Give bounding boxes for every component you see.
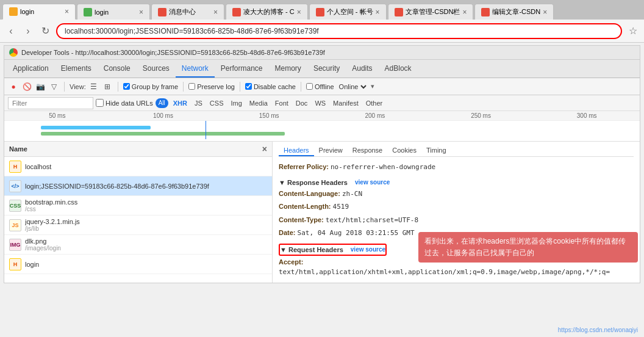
detail-tab-preview[interactable]: Preview <box>314 145 348 156</box>
file-item-login[interactable]: H login <box>4 255 272 274</box>
view-list-button[interactable]: ☰ <box>88 81 99 92</box>
tab-favicon-7 <box>481 8 490 16</box>
timeline-bars <box>4 121 640 139</box>
tab-memory[interactable]: Memory <box>269 60 307 78</box>
clear-button[interactable]: 🚫 <box>21 81 32 92</box>
file-item-jsessionid[interactable]: </> login;JSESSIONID=59183c66-825b-48d6-… <box>4 176 272 196</box>
filter-js[interactable]: JS <box>192 100 205 107</box>
tab-close-4[interactable]: × <box>297 8 301 16</box>
request-headers-link[interactable]: view source <box>351 246 385 253</box>
filter-font[interactable]: Font <box>273 100 291 107</box>
tab-title-7: 编辑文章-CSDN <box>492 7 540 16</box>
file-icon-png: IMG <box>9 239 21 251</box>
tab-blog[interactable]: 凌大大的博客 - C × <box>226 4 308 20</box>
accept-encoding-row: Accept-Encoding: gzip, deflate, br <box>279 279 634 283</box>
file-item-localhost[interactable]: H localhost <box>4 157 272 176</box>
tab-console[interactable]: Console <box>98 60 137 78</box>
tab-elements[interactable]: Elements <box>55 60 98 78</box>
filter-media[interactable]: Media <box>247 100 270 107</box>
back-button[interactable]: ‹ <box>5 25 17 37</box>
filter-input[interactable] <box>8 97 93 109</box>
tab-close-3[interactable]: × <box>213 8 218 16</box>
tab-profile[interactable]: 个人空间 - 帐号 × <box>309 4 387 20</box>
detail-tab-cookies[interactable]: Cookies <box>387 145 421 156</box>
filter-button[interactable]: ▽ <box>48 81 59 92</box>
tab-login-2[interactable]: login × <box>77 4 150 20</box>
tab-security[interactable]: Security <box>307 60 346 78</box>
tab-title-5: 个人空间 - 帐号 <box>327 7 373 16</box>
tab-audits[interactable]: Audits <box>346 60 378 78</box>
url-input[interactable] <box>56 23 622 39</box>
filter-all-badge[interactable]: All <box>156 98 168 108</box>
tab-title-6: 文章管理-CSDN栏 <box>406 7 460 16</box>
filter-css[interactable]: CSS <box>207 100 226 107</box>
tab-close-5[interactable]: × <box>376 8 380 16</box>
response-headers-toggle[interactable]: ▼ Response Headers <box>279 179 348 186</box>
tab-favicon-6 <box>395 8 403 16</box>
filter-manifest[interactable]: Manifest <box>331 100 361 107</box>
record-button[interactable]: ● <box>8 81 19 92</box>
filter-img[interactable]: Img <box>228 100 244 107</box>
disable-cache-checkbox[interactable] <box>245 83 252 90</box>
online-dropdown[interactable]: Online Offline <box>337 82 368 91</box>
preserve-log-checkbox[interactable] <box>188 83 195 90</box>
file-item-bootstrap[interactable]: CSS bootstrap.min.css /css <box>4 196 272 216</box>
tab-close-2[interactable]: × <box>139 8 143 16</box>
referrer-policy-row: Referrer Policy: no-referrer-when-downgr… <box>279 161 634 174</box>
filter-xhr[interactable]: XHR <box>171 100 190 107</box>
tab-login-1[interactable]: login × <box>2 4 76 20</box>
file-item-jquery[interactable]: JS jquery-3.2.1.min.js /js/lib <box>4 216 272 235</box>
hide-data-urls-checkbox[interactable] <box>96 99 104 107</box>
offline-checkbox[interactable] <box>306 83 313 90</box>
address-bar: ‹ › ↻ ☆ <box>0 20 644 43</box>
tab-articles[interactable]: 文章管理-CSDN栏 × <box>388 4 474 20</box>
file-item-png[interactable]: IMG dlk.png /images/login <box>4 235 272 255</box>
filter-bar: Hide data URLs All XHR JS CSS Img Media … <box>4 95 640 111</box>
file-icon-login: H <box>9 258 21 270</box>
tab-favicon-5 <box>316 8 324 16</box>
filter-ws[interactable]: WS <box>312 100 328 107</box>
tab-performance[interactable]: Performance <box>215 60 269 78</box>
file-list-header: Name × <box>4 142 272 157</box>
file-list-close[interactable]: × <box>262 144 267 154</box>
filter-other[interactable]: Other <box>363 100 385 107</box>
file-icon-jquery: JS <box>9 219 21 231</box>
filter-doc[interactable]: Doc <box>293 100 310 107</box>
tab-close-1[interactable]: × <box>65 7 69 16</box>
toolbar-sep-4 <box>240 82 240 92</box>
disable-cache-label[interactable]: Disable cache <box>245 83 296 90</box>
devtools-toolbar: ● 🚫 📷 ▽ View: ☰ ⊞ Group by frame Preserv… <box>4 78 640 95</box>
view-grid-button[interactable]: ⊞ <box>102 81 113 92</box>
response-headers-link[interactable]: view source <box>355 179 390 186</box>
tab-application[interactable]: Application <box>7 60 55 78</box>
file-name-login: login <box>25 261 267 268</box>
tab-close-6[interactable]: × <box>462 8 467 16</box>
tab-network[interactable]: Network <box>176 60 215 78</box>
offline-label[interactable]: Offline <box>306 83 334 90</box>
tab-sources[interactable]: Sources <box>137 60 176 78</box>
hide-data-urls-label[interactable]: Hide data URLs <box>96 99 153 107</box>
bookmark-button[interactable]: ☆ <box>627 25 639 37</box>
forward-button[interactable]: › <box>22 25 34 37</box>
group-by-frame-checkbox[interactable] <box>123 83 130 90</box>
tab-favicon-2 <box>84 8 92 16</box>
file-path-jquery: /js/lib <box>25 225 80 232</box>
detail-tab-timing[interactable]: Timing <box>421 145 451 156</box>
camera-button[interactable]: 📷 <box>35 81 46 92</box>
timeline-label-300: 300 ms <box>534 112 640 119</box>
view-label: View: <box>70 83 86 90</box>
detail-tab-headers[interactable]: Headers <box>279 145 314 156</box>
request-headers-toggle[interactable]: ▼ Request Headers <box>280 246 343 253</box>
tab-close-7[interactable]: × <box>543 8 547 16</box>
tab-adblock[interactable]: AdBlock <box>379 60 418 78</box>
detail-tabs: Headers Preview Response Cookies Timing <box>279 145 634 157</box>
detail-tab-response[interactable]: Response <box>348 145 388 156</box>
group-by-frame-label[interactable]: Group by frame <box>123 83 178 90</box>
tab-title-3: 消息中心 <box>169 7 211 16</box>
tab-title-2: login <box>95 9 137 16</box>
tab-messages[interactable]: 消息中心 × <box>151 4 224 20</box>
reload-button[interactable]: ↻ <box>39 25 51 37</box>
tab-edit[interactable]: 编辑文章-CSDN × <box>474 4 554 20</box>
tab-bar: login × login × 消息中心 × 凌大大的博客 - C × 个人空间… <box>0 0 644 20</box>
preserve-log-label[interactable]: Preserve log <box>188 83 235 90</box>
